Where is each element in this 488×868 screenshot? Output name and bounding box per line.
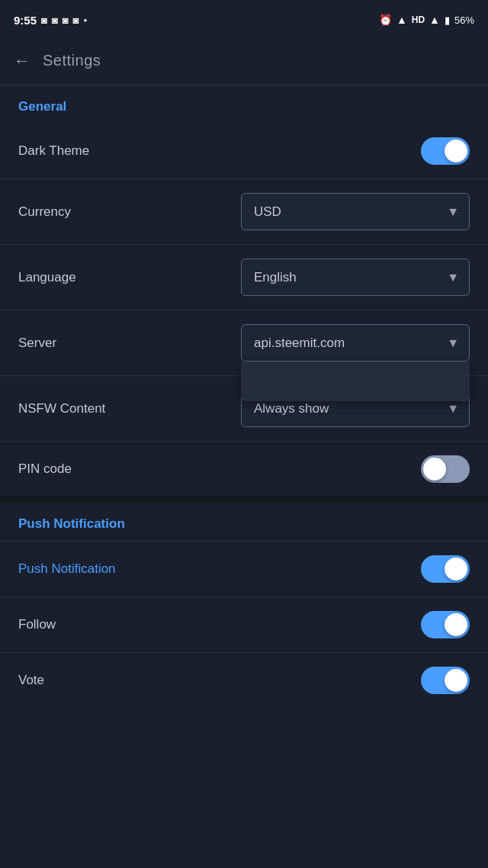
pin-code-label: PIN code xyxy=(18,461,72,477)
server-row: Server api.steemit.com api2.steemit.com … xyxy=(0,310,488,375)
hd-label: HD xyxy=(412,14,425,25)
pin-code-toggle[interactable] xyxy=(421,455,470,483)
dark-theme-thumb xyxy=(445,140,467,162)
follow-toggle[interactable] xyxy=(421,611,470,638)
status-bar-right: ⏰ ▲ HD ▲ ▮ 56% xyxy=(379,14,474,26)
dark-theme-label: Dark Theme xyxy=(18,143,89,159)
battery-icon: ▮ xyxy=(445,14,450,26)
dark-theme-track[interactable] xyxy=(421,137,470,165)
server-dropdown-overlay xyxy=(241,362,470,401)
currency-row: Currency USD EUR GBP BTC ▼ xyxy=(0,179,488,244)
pin-code-row: PIN code xyxy=(0,442,488,497)
settings-content: General Dark Theme Currency USD EUR GBP … xyxy=(0,85,488,708)
nsfw-label: NSFW Content xyxy=(18,401,105,416)
push-notification-label: Push Notification xyxy=(18,561,116,577)
dark-theme-toggle[interactable] xyxy=(421,137,470,165)
general-section: General Dark Theme Currency USD EUR GBP … xyxy=(0,85,488,497)
wifi-icon: ▲ xyxy=(396,14,407,26)
back-button[interactable]: ← xyxy=(14,51,30,71)
dark-theme-row: Dark Theme xyxy=(0,124,488,178)
time-display: 9:55 xyxy=(14,14,37,27)
currency-label: Currency xyxy=(18,204,71,220)
currency-select[interactable]: USD EUR GBP BTC xyxy=(241,193,470,230)
pin-code-thumb xyxy=(423,458,446,481)
server-dropdown-container: api.steemit.com api2.steemit.com ▼ xyxy=(241,324,470,362)
currency-dropdown-container: USD EUR GBP BTC ▼ xyxy=(241,193,470,230)
pin-code-track[interactable] xyxy=(421,455,470,483)
push-notification-header: Push Notification xyxy=(0,503,488,541)
server-label: Server xyxy=(18,336,56,351)
app-icon-4: ◙ xyxy=(73,14,79,26)
push-notification-row: Push Notification xyxy=(0,542,488,596)
vote-row: Vote xyxy=(0,653,488,708)
status-bar-left: 9:55 ◙ ◙ ◙ ◙ ● xyxy=(14,14,87,27)
follow-thumb xyxy=(445,613,467,636)
status-bar: 9:55 ◙ ◙ ◙ ◙ ● ⏰ ▲ HD ▲ ▮ 56% xyxy=(0,0,488,37)
section-divider xyxy=(0,497,488,503)
app-icon-2: ◙ xyxy=(52,14,58,26)
vote-toggle[interactable] xyxy=(421,667,470,694)
page-title: Settings xyxy=(43,52,101,69)
push-notification-thumb xyxy=(445,558,467,580)
alarm-icon: ⏰ xyxy=(379,14,392,26)
settings-header: ← Settings xyxy=(0,37,488,85)
dot-icon: ● xyxy=(83,17,87,24)
language-dropdown-container: English Spanish French German ▼ xyxy=(241,259,470,296)
language-row: Language English Spanish French German ▼ xyxy=(0,245,488,310)
push-notification-track[interactable] xyxy=(421,555,470,583)
vote-track[interactable] xyxy=(421,667,470,694)
general-section-header: General xyxy=(0,85,488,124)
battery-level: 56% xyxy=(454,14,474,26)
push-notification-section: Push Notification Push Notification Foll… xyxy=(0,503,488,708)
app-icon-3: ◙ xyxy=(63,14,69,26)
server-select[interactable]: api.steemit.com api2.steemit.com xyxy=(241,324,470,362)
language-select[interactable]: English Spanish French German xyxy=(241,259,470,296)
language-label: Language xyxy=(18,270,76,285)
follow-track[interactable] xyxy=(421,611,470,638)
push-notification-toggle[interactable] xyxy=(421,555,470,583)
follow-row: Follow xyxy=(0,597,488,652)
app-icon-1: ◙ xyxy=(41,14,47,26)
signal-icon: ▲ xyxy=(429,14,440,26)
vote-thumb xyxy=(445,669,467,692)
vote-label: Vote xyxy=(18,673,44,688)
follow-label: Follow xyxy=(18,617,56,632)
